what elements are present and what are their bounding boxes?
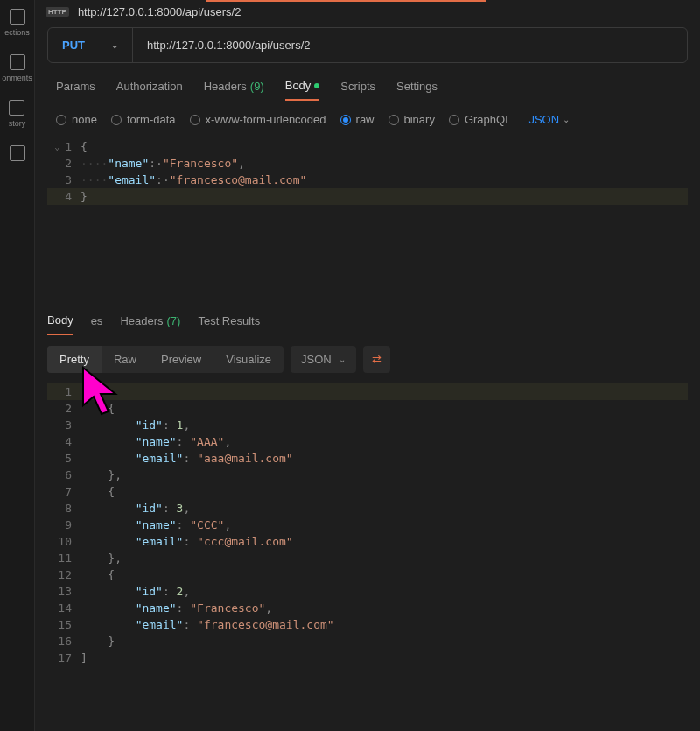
tab-title[interactable]: http://127.0.0.1:8000/api/users/2 <box>78 5 241 18</box>
code-content: ····"email":·"francesco@mail.com" <box>80 172 306 188</box>
line-number: 3 <box>47 417 80 433</box>
body-type-x-www-form-urlencoded[interactable]: x-www-form-urlencoded <box>190 113 326 126</box>
chevron-down-icon: ⌄ <box>111 40 118 50</box>
code-content: }, <box>80 467 122 483</box>
code-line[interactable]: 2 { <box>47 400 688 417</box>
line-number: 7 <box>47 483 80 500</box>
env-icon <box>10 54 25 70</box>
view-preview[interactable]: Preview <box>149 346 214 373</box>
response-format-dropdown[interactable]: JSON ⌄ <box>290 346 356 373</box>
line-number: 8 <box>47 500 80 517</box>
resp-tab-headers[interactable]: Headers (7) <box>120 313 180 335</box>
code-line[interactable]: 14 "name": "Francesco", <box>47 600 688 616</box>
code-line[interactable]: 3 "id": 1, <box>47 417 688 433</box>
code-content: "email": "ccc@mail.com" <box>80 533 293 550</box>
body-format-dropdown[interactable]: JSON ⌄ <box>528 113 570 126</box>
code-line[interactable]: 9 "name": "CCC", <box>47 517 688 533</box>
code-line[interactable]: 12 { <box>47 566 688 583</box>
line-number: 14 <box>47 600 80 616</box>
line-number: 13 <box>47 583 80 600</box>
sidebar-label: story <box>9 119 26 128</box>
code-content: "id": 1, <box>80 417 190 433</box>
code-content: { <box>80 400 115 417</box>
code-content: "name": "AAA", <box>80 433 231 450</box>
radio-icon <box>340 115 351 125</box>
request-body-editor[interactable]: 1{2····"name":·"Francesco",3····"email":… <box>47 138 688 305</box>
code-line[interactable]: 3····"email":·"francesco@mail.com" <box>47 172 688 188</box>
code-content: ····"name":·"Francesco", <box>80 155 245 172</box>
line-number: 17 <box>47 650 80 666</box>
code-line[interactable]: 7 { <box>47 483 688 500</box>
line-number: 1 <box>47 138 80 155</box>
line-number: 2 <box>47 155 80 172</box>
code-content: } <box>80 633 115 650</box>
radio-icon <box>56 115 66 125</box>
view-visualize[interactable]: Visualize <box>214 346 284 373</box>
view-pretty[interactable]: Pretty <box>47 346 102 373</box>
sidebar-item-flows[interactable] <box>10 145 25 165</box>
code-line[interactable]: 5 "email": "aaa@mail.com" <box>47 450 688 467</box>
code-content: { <box>80 483 115 500</box>
body-type-binary[interactable]: binary <box>388 113 435 126</box>
sidebar-item-env[interactable]: onments <box>2 54 32 82</box>
tab-authorization[interactable]: Authorization <box>116 79 183 101</box>
line-number: 9 <box>47 517 80 533</box>
method-selector[interactable]: PUT ⌄ <box>48 28 133 62</box>
line-number: 2 <box>47 400 80 417</box>
resp-tab-test results[interactable]: Test Results <box>198 313 260 335</box>
resp-tab-body[interactable]: Body <box>47 313 74 335</box>
line-number: 3 <box>47 172 80 188</box>
code-content: "name": "Francesco", <box>80 600 272 616</box>
line-number: 16 <box>47 633 80 650</box>
code-line[interactable]: 1[ <box>47 383 688 400</box>
line-number: 11 <box>47 550 80 566</box>
body-type-none[interactable]: none <box>56 113 97 126</box>
header-count: (9) <box>250 80 264 93</box>
line-number: 4 <box>47 433 80 450</box>
sidebar-item-history[interactable]: story <box>9 100 26 128</box>
view-raw[interactable]: Raw <box>102 346 149 373</box>
code-content: } <box>80 188 88 205</box>
code-line[interactable]: 8 "id": 3, <box>47 500 688 517</box>
code-line[interactable]: 15 "email": "francesco@mail.com" <box>47 616 688 633</box>
sidebar-label: ections <box>4 28 30 37</box>
tab-body[interactable]: Body <box>285 79 320 101</box>
wrap-lines-icon[interactable]: ⇄ <box>363 346 390 373</box>
code-line[interactable]: 4} <box>47 188 688 205</box>
radio-icon <box>190 115 200 125</box>
tab-scripts[interactable]: Scripts <box>340 79 375 101</box>
code-line[interactable]: 17] <box>47 650 688 666</box>
code-content: }, <box>80 550 122 566</box>
code-content: "name": "CCC", <box>80 517 231 533</box>
tab-settings[interactable]: Settings <box>396 79 438 101</box>
response-body-editor[interactable]: 1[2 {3 "id": 1,4 "name": "AAA",5 "email"… <box>47 383 688 666</box>
body-type-label: GraphQL <box>465 113 511 126</box>
code-line[interactable]: 10 "email": "ccc@mail.com" <box>47 533 688 550</box>
body-type-raw[interactable]: raw <box>340 113 374 126</box>
code-line[interactable]: 16 } <box>47 633 688 650</box>
code-line[interactable]: 1{ <box>47 138 688 155</box>
sidebar-item-collections[interactable]: ections <box>4 9 30 37</box>
body-type-row: noneform-datax-www-form-urlencodedrawbin… <box>35 101 700 138</box>
response-toolbar: PrettyRawPreviewVisualize JSON ⌄ ⇄ <box>35 335 700 383</box>
response-tabs: BodyesHeaders (7)Test Results <box>35 305 700 335</box>
resp-tab-es[interactable]: es <box>91 313 103 335</box>
code-line[interactable]: 2····"name":·"Francesco", <box>47 155 688 172</box>
body-type-form-data[interactable]: form-data <box>111 113 176 126</box>
header-count: (7) <box>167 314 181 327</box>
code-line[interactable]: 13 "id": 2, <box>47 583 688 600</box>
tab-params[interactable]: Params <box>56 79 95 101</box>
body-changed-dot <box>314 83 319 88</box>
history-icon <box>9 100 24 116</box>
code-content: { <box>80 566 115 583</box>
code-line[interactable]: 11 }, <box>47 550 688 566</box>
code-line[interactable]: 4 "name": "AAA", <box>47 433 688 450</box>
body-type-GraphQL[interactable]: GraphQL <box>449 113 511 126</box>
code-line[interactable]: 6 }, <box>47 467 688 483</box>
tab-headers[interactable]: Headers (9) <box>204 79 264 101</box>
url-bar: PUT ⌄ <box>47 27 688 63</box>
url-input[interactable] <box>133 28 687 62</box>
sidebar: ectionsonmentsstory <box>0 0 35 731</box>
flows-icon <box>10 145 25 161</box>
line-number: 5 <box>47 450 80 467</box>
